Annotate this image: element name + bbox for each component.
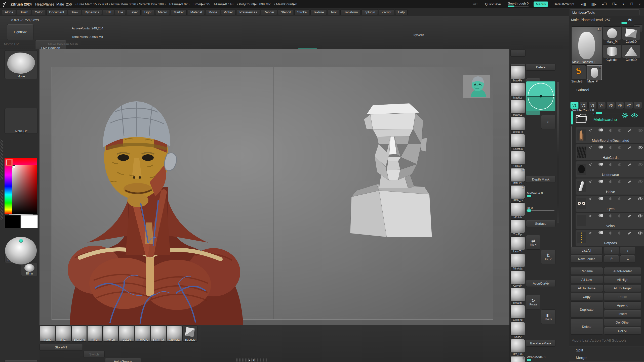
brush-slot[interactable]: 8 Chisel bbox=[510, 356, 525, 362]
scroll-down-icon[interactable]: ▼ bbox=[253, 359, 255, 361]
minimize-icon[interactable]: ⊻ bbox=[621, 2, 626, 6]
left-edge-scrollbar[interactable] bbox=[1, 140, 3, 180]
shader-pair-icon[interactable] bbox=[598, 146, 603, 149]
rf-slider[interactable]: Rf 0 bbox=[526, 205, 555, 212]
brush-slot[interactable]: ClipCur bbox=[510, 151, 525, 168]
visibility-eye-icon[interactable] bbox=[637, 180, 643, 184]
contrast-icon[interactable] bbox=[618, 146, 621, 149]
all-high-button[interactable]: All High bbox=[604, 276, 641, 283]
menu-item[interactable]: Light bbox=[142, 9, 154, 15]
brush-slot[interactable]: The_GIC bbox=[135, 326, 150, 342]
right-tray-toggle-icon[interactable]: ||||▸ bbox=[590, 2, 597, 6]
shader-pair-icon[interactable] bbox=[598, 231, 603, 235]
menu-item[interactable]: Material bbox=[188, 9, 205, 15]
default-zscript-button[interactable]: DefaultZScript bbox=[551, 2, 576, 7]
brush-slot[interactable]: ClothPul bbox=[510, 305, 525, 322]
menu-item[interactable]: Zplugin bbox=[361, 9, 378, 15]
visibility-eye-icon[interactable] bbox=[637, 146, 643, 149]
menu-item[interactable]: Texture bbox=[310, 9, 327, 15]
all-low-button[interactable]: All Low bbox=[570, 276, 603, 283]
rotate-curve-button[interactable]: ↻Rotate bbox=[526, 295, 540, 309]
brush-slot[interactable]: ZModele bbox=[182, 326, 198, 342]
shader-pair-icon[interactable] bbox=[598, 163, 603, 166]
subtool-down-button[interactable]: ↓ bbox=[620, 247, 635, 254]
brush-slot[interactable]: Elastic bbox=[119, 326, 134, 342]
subtool-row[interactable]: Eyes bbox=[575, 195, 644, 212]
shader-pair-icon[interactable] bbox=[598, 197, 603, 201]
polypaint-arrow-icon[interactable] bbox=[589, 180, 593, 183]
viewport-canvas[interactable] bbox=[39, 49, 509, 325]
mid-value-slider[interactable]: MidValue 0 bbox=[526, 191, 555, 197]
halfcircle-icon[interactable] bbox=[609, 129, 612, 132]
simpleb-tool[interactable]: S bbox=[571, 65, 586, 80]
insert-button[interactable]: Insert bbox=[604, 310, 641, 318]
brush-slot[interactable]: MoveInf bbox=[510, 288, 525, 304]
brush-slot[interactable]: Orb_Cra bbox=[167, 326, 182, 342]
menu-item[interactable]: Render bbox=[261, 9, 277, 15]
morph-uv-button[interactable]: Morph UV bbox=[4, 42, 19, 46]
brush-slot[interactable]: TrimDyr bbox=[510, 219, 525, 236]
alpha-selector[interactable]: Alpha Off bbox=[5, 108, 38, 134]
menu-item[interactable]: Layer bbox=[127, 9, 141, 15]
menu-item[interactable]: Movie bbox=[206, 9, 220, 15]
restore-icon[interactable]: ❐ bbox=[629, 2, 634, 6]
polypaint-arrow-icon[interactable] bbox=[589, 232, 593, 235]
dock-right-icon[interactable]: ❐▸ bbox=[611, 2, 618, 6]
tool-slot[interactable]: Cube3D bbox=[622, 26, 640, 43]
rename-button[interactable]: Rename bbox=[570, 267, 603, 275]
visibility-eye-icon[interactable] bbox=[637, 231, 643, 235]
brush-slot[interactable]: SelectRe bbox=[510, 117, 525, 133]
polypaint-arrow-icon[interactable] bbox=[589, 146, 593, 149]
polypaint-brush-icon[interactable] bbox=[627, 146, 632, 149]
brush-slot[interactable]: MaskCu bbox=[510, 100, 525, 116]
brush-slot[interactable]: Inflat bbox=[56, 326, 71, 342]
append-button[interactable]: Append bbox=[604, 301, 641, 309]
brush-slot[interactable]: MaskLa bbox=[510, 83, 525, 99]
halfcircle-icon[interactable] bbox=[609, 197, 612, 200]
visibility-tab[interactable]: V7 bbox=[625, 102, 633, 109]
left-tray-toggle-icon[interactable]: ◂|||| bbox=[580, 2, 587, 6]
halfcircle-icon[interactable] bbox=[609, 180, 612, 183]
subtool-up-button[interactable]: ↑ bbox=[604, 247, 619, 254]
tool-slot[interactable]: Male_Pl bbox=[603, 26, 621, 43]
polypaint-brush-icon[interactable] bbox=[627, 214, 632, 217]
polypaint-brush-icon[interactable] bbox=[627, 129, 632, 132]
folder-gear-icon[interactable] bbox=[622, 112, 628, 118]
wrap-mode-slider[interactable]: WrapMode 0 bbox=[526, 355, 555, 361]
subtool-row[interactable]: MaleEcorcheDecimated bbox=[575, 127, 644, 144]
del-other-button[interactable]: Del Other bbox=[604, 319, 641, 326]
brush-slot[interactable]: Pinch bbox=[87, 326, 103, 342]
polypaint-brush-icon[interactable] bbox=[627, 231, 632, 235]
all-to-target-button[interactable]: All To Target bbox=[604, 284, 641, 292]
shader-pair-icon[interactable] bbox=[598, 180, 603, 184]
halfcircle-icon[interactable] bbox=[609, 232, 612, 235]
halfcircle-icon[interactable] bbox=[609, 146, 612, 149]
depth-mask-curve-widget[interactable] bbox=[526, 81, 555, 111]
polypaint-arrow-icon[interactable] bbox=[589, 129, 593, 132]
selected-head-tool[interactable]: 1 bbox=[587, 65, 602, 80]
gyro-z-icon[interactable]: Gz bbox=[545, 281, 550, 285]
duplicate-button[interactable]: Duplicate bbox=[570, 301, 603, 318]
menu-item[interactable]: Brush bbox=[17, 9, 31, 15]
list-all-button[interactable]: List All bbox=[570, 247, 602, 254]
menu-item[interactable]: Zscript bbox=[379, 9, 394, 15]
brush-slot[interactable]: 42 ZBGs_Si bbox=[510, 185, 525, 202]
quicksave-button[interactable]: QuickSave bbox=[483, 2, 503, 7]
delete-hidden-button[interactable]: Delete bbox=[526, 64, 555, 71]
accucurve-button[interactable]: AccuCurve bbox=[526, 280, 555, 287]
scroll-up-icon[interactable]: ▲ bbox=[249, 359, 251, 361]
inverse-button[interactable]: ◧Invers bbox=[541, 309, 555, 324]
visibility-tab[interactable]: V1 bbox=[570, 102, 579, 109]
scroll-up-button[interactable]: ↑ bbox=[510, 50, 526, 57]
subtool-row[interactable]: Fatpads bbox=[575, 230, 644, 246]
subtool-row[interactable]: Underwear bbox=[575, 161, 644, 178]
polypaint-brush-icon[interactable] bbox=[627, 197, 632, 200]
apply-last-action-button[interactable]: Apply Last Action To All Subtools bbox=[572, 338, 642, 342]
current-brush-thumbnail[interactable]: Move bbox=[5, 50, 38, 79]
visibility-tab[interactable]: V2 bbox=[579, 102, 588, 109]
dock-left-icon[interactable]: ◂❐ bbox=[601, 2, 608, 6]
tool-slot[interactable]: Cone3D bbox=[622, 44, 640, 62]
ac-button[interactable]: AC bbox=[471, 2, 479, 7]
folder-name[interactable]: MaleEcorche bbox=[593, 117, 617, 122]
planes-head-model[interactable] bbox=[349, 91, 434, 240]
